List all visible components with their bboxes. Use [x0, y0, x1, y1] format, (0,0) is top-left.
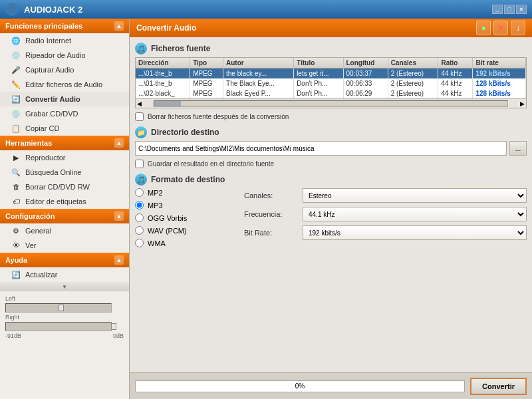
- col-titulo[interactable]: Título: [294, 58, 343, 68]
- file-table: Dirección Tipo Autor Título Longitud Can…: [136, 58, 526, 98]
- bitrate-label: Bit Rate:: [244, 229, 297, 237]
- topbar-red-button[interactable]: ✕: [493, 21, 508, 35]
- sidebar-item-update[interactable]: 🔄 Actualizar: [0, 267, 129, 282]
- rip-icon: 💿: [11, 50, 21, 61]
- section-header-herramientas[interactable]: Herramientas ▲: [0, 136, 129, 150]
- vol-left-slider[interactable]: [5, 303, 112, 313]
- update-icon: 🔄: [11, 269, 21, 280]
- burn-icon: 💿: [11, 108, 21, 119]
- convert-button[interactable]: Convertir: [470, 378, 527, 395]
- format-wma-radio[interactable]: [135, 239, 144, 247]
- format-wma-label: WMA: [148, 239, 166, 247]
- col-canales[interactable]: Canales: [388, 58, 438, 68]
- minimize-button[interactable]: _: [492, 5, 503, 14]
- topbar-green-button[interactable]: ●: [476, 21, 491, 35]
- dest-section-title: Directorio destino: [151, 128, 219, 137]
- browse-button[interactable]: ...: [509, 141, 527, 156]
- col-dir[interactable]: Dirección: [136, 58, 190, 68]
- files-section: 🎵 Ficheros fuente Dirección Tipo Autor T…: [135, 43, 527, 122]
- radio-icon: 🌐: [11, 35, 21, 46]
- section-header-funciones[interactable]: Funciones principales ▲: [0, 19, 129, 33]
- vol-right-slider[interactable]: [5, 322, 112, 331]
- progress-bar: 0%: [135, 380, 465, 392]
- sidebar-item-general[interactable]: ⚙ General: [0, 223, 129, 238]
- frecuencia-select[interactable]: 44.1 kHz 22.05 kHz 48 kHz: [303, 207, 527, 221]
- collapse-herramientas-icon: ▲: [114, 138, 124, 148]
- format-ogg-radio[interactable]: [135, 213, 144, 222]
- format-section-title: Formato de destino: [151, 175, 225, 184]
- col-autor[interactable]: Autor: [223, 58, 294, 68]
- col-tipo[interactable]: Tipo: [190, 58, 223, 68]
- sidebar-item-erase[interactable]: 🗑 Borrar CD/DVD RW: [0, 180, 129, 194]
- sidebar-item-search[interactable]: 🔍 Búsqueda Online: [0, 165, 129, 180]
- app-icon: 🎵: [5, 3, 19, 16]
- section-label-herramientas: Herramientas: [5, 139, 52, 147]
- topbar-label: Convertir Audio: [136, 23, 196, 33]
- copy-icon: 📋: [11, 123, 21, 134]
- format-wav-radio[interactable]: [135, 226, 144, 235]
- sidebar-item-burn[interactable]: 💿 Grabar CD/DVD: [0, 106, 129, 121]
- sidebar-item-radio[interactable]: 🌐 Radio Internet: [0, 33, 129, 48]
- search-icon: 🔍: [11, 167, 21, 178]
- section-label-config: Configuración: [5, 212, 55, 220]
- sidebar-item-copy[interactable]: 📋 Copiar CD: [0, 121, 129, 136]
- format-mp2-radio[interactable]: [135, 188, 144, 197]
- delete-source-checkbox[interactable]: [135, 112, 144, 121]
- format-settings: Canales: Estereo Mono Frecuencia: 44.1 k…: [244, 188, 527, 240]
- format-mp3-radio[interactable]: [135, 201, 144, 209]
- sidebar-item-rip[interactable]: 💿 Ripeador de Audio: [0, 48, 129, 63]
- table-row[interactable]: ...\01-the_bMPEGthe black ey...lets get …: [136, 68, 526, 79]
- vol-right-value: 0dB: [113, 332, 124, 339]
- tags-icon: 🏷: [11, 196, 21, 207]
- capture-icon: 🎤: [11, 65, 21, 75]
- dest-section-icon: 📁: [135, 126, 147, 138]
- sidebar-item-convert[interactable]: 🔄 Convertir Audio: [0, 92, 129, 106]
- player-icon: ▶: [11, 152, 21, 163]
- vol-right-label: Right: [5, 314, 124, 321]
- sidebar-item-player[interactable]: ▶ Reproductor: [0, 150, 129, 165]
- save-source-dir-checkbox[interactable]: [135, 160, 144, 168]
- dest-path-input[interactable]: [135, 141, 507, 156]
- collapse-funciones-icon: ▲: [114, 21, 124, 31]
- collapse-config-icon: ▲: [114, 211, 124, 221]
- format-wav-label: WAV (PCM): [148, 227, 187, 235]
- sidebar-scroll-down[interactable]: ▼: [0, 282, 129, 291]
- sidebar-item-capture[interactable]: 🎤 Capturar Audio: [0, 63, 129, 77]
- section-header-ayuda[interactable]: Ayuda ▲: [0, 253, 129, 267]
- collapse-ayuda-icon: ▲: [114, 255, 124, 265]
- col-longitud[interactable]: Longitud: [343, 58, 388, 68]
- content-area: Convertir Audio ● ✕ ↓ 🎵 Ficheros fuente …: [130, 19, 532, 399]
- topbar: Convertir Audio ● ✕ ↓: [130, 19, 532, 37]
- app-title: AUDIOJACK 2: [24, 5, 82, 15]
- col-bitrate[interactable]: Bit rate: [473, 58, 526, 68]
- bottombar: 0% Convertir: [130, 372, 532, 399]
- section-label-funciones: Funciones principales: [5, 22, 82, 30]
- sidebar-item-tags[interactable]: 🏷 Editor de etiquetas: [0, 194, 129, 209]
- section-label-ayuda: Ayuda: [5, 256, 27, 264]
- titlebar: 🎵 AUDIOJACK 2 _ □ ×: [0, 0, 532, 19]
- erase-icon: 🗑: [11, 182, 21, 192]
- col-ratio[interactable]: Ratio: [438, 58, 473, 68]
- section-header-config[interactable]: Configuración ▲: [0, 209, 129, 223]
- maximize-button[interactable]: □: [504, 5, 515, 14]
- table-scrollbar[interactable]: ◀ ▶: [136, 98, 526, 108]
- files-section-title: Ficheros fuente: [151, 44, 210, 53]
- sidebar-item-edit[interactable]: ✏️ Editar ficheros de Audio: [0, 77, 129, 92]
- frecuencia-label: Frecuencia:: [244, 210, 297, 218]
- view-icon: 👁: [11, 240, 21, 251]
- canales-label: Canales:: [244, 192, 297, 200]
- topbar-down-button[interactable]: ↓: [511, 21, 525, 35]
- bitrate-select[interactable]: 192 kbits/s 128 kbits/s 256 kbits/s 320 …: [303, 225, 527, 240]
- format-ogg-label: OGG Vorbis: [148, 214, 187, 222]
- delete-source-label: Borrar ficheros fuente después de la con…: [148, 113, 289, 120]
- table-row[interactable]: ...\01-the_bMPEGThe Black Eye...Don't Ph…: [136, 78, 526, 88]
- canales-select[interactable]: Estereo Mono: [303, 188, 527, 203]
- close-button[interactable]: ×: [516, 5, 527, 14]
- vol-left-label: Left: [5, 295, 124, 302]
- vol-left-value: -91dB: [5, 332, 21, 339]
- edit-icon: ✏️: [11, 79, 21, 90]
- sidebar-item-view[interactable]: 👁 Ver: [0, 238, 129, 253]
- table-row[interactable]: ...\02-black_MPEGBlack Eyed P...Don't Ph…: [136, 88, 526, 98]
- format-mp3-label: MP3: [148, 201, 163, 209]
- dest-section: 📁 Directorio destino ... Guardar el resu…: [135, 126, 527, 170]
